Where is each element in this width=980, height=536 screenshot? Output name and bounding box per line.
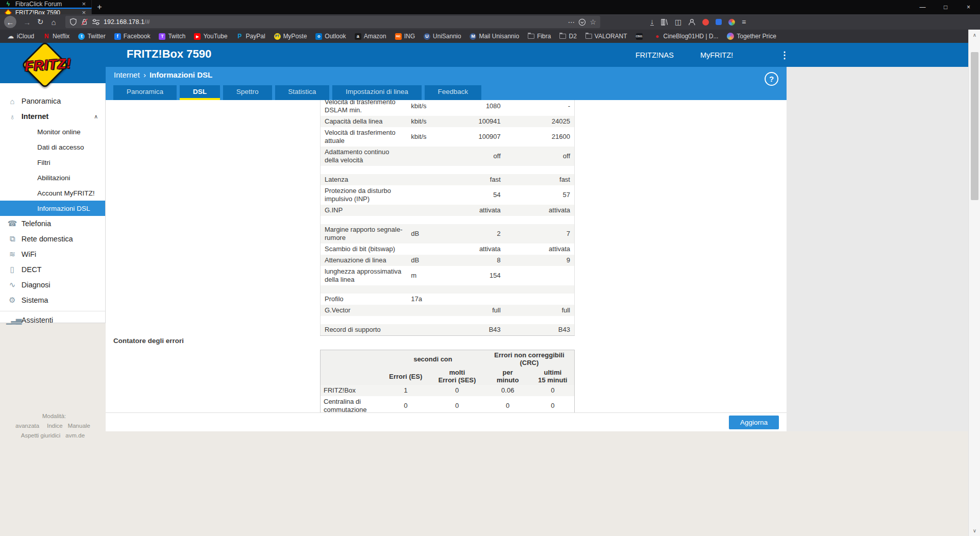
mode-value-link[interactable]: avanzata [15, 423, 39, 429]
together-price-icon[interactable]: Together Price [727, 33, 776, 40]
facebook-icon: f [114, 33, 121, 40]
tab-impostazioni-di-linea[interactable]: Impostazioni di linea [332, 85, 421, 100]
ing-icon: ING [395, 33, 402, 40]
cineblog-icon[interactable]: ● CineBlog01HD | D... [654, 33, 719, 40]
logo-text: FRITZ! [12, 55, 84, 76]
table-row: Protezione da disturbo impulsivo (INP) 5… [321, 185, 575, 205]
folder-icon[interactable]: D2 [559, 33, 576, 40]
url-text[interactable]: 192.168.178.1/# [104, 18, 150, 26]
twitter-icon[interactable]: t Twitter [78, 33, 105, 40]
menu-icon[interactable]: ≡ [742, 18, 746, 26]
sidebar-item-wifi[interactable]: ≋ WiFi [0, 247, 105, 262]
row-unit [407, 216, 438, 224]
minimize-button[interactable]: — [911, 0, 934, 14]
folder-icon[interactable]: Fibra [528, 33, 551, 40]
sidebar-toggle-icon[interactable]: ◫ [675, 18, 681, 26]
error-row: FRITZ!Box 1 0 0.06 0 [321, 385, 575, 396]
paypal-icon[interactable]: P PayPal [236, 33, 265, 40]
permissions-icon[interactable] [92, 18, 100, 26]
scrollbar[interactable]: ∧ ∨ [968, 30, 980, 536]
reload-button[interactable]: ↻ [34, 15, 47, 29]
new-tab-button[interactable]: + [92, 0, 107, 14]
row-unit [407, 316, 438, 324]
scroll-down-icon[interactable]: ∨ [969, 526, 980, 535]
facebook-icon[interactable]: f Facebook [114, 33, 151, 40]
row-send-value [505, 294, 575, 305]
myposte-icon[interactable]: PT MyPoste [274, 33, 307, 40]
pocket-icon[interactable] [578, 18, 586, 26]
sidebar-item-monitor-online[interactable]: Monitor online [0, 124, 105, 139]
tab-spettro[interactable]: Spettro [223, 85, 272, 100]
breadcrumb-section[interactable]: Internet [114, 70, 140, 79]
maximize-button[interactable]: □ [934, 0, 957, 14]
tab-dsl[interactable]: DSL [180, 85, 220, 100]
update-button[interactable]: Aggiorna [729, 416, 779, 429]
sidebar-item-sistema[interactable]: ⚙ Sistema [0, 293, 105, 308]
amazon-icon[interactable]: a Amazon [355, 33, 386, 40]
myfritz-link[interactable]: MyFRITZ! [700, 51, 733, 59]
ing-icon[interactable]: ING ING [395, 33, 415, 40]
row-unit [407, 174, 438, 185]
back-button[interactable]: ← [4, 16, 16, 28]
tab-panoramica[interactable]: Panoramica [113, 85, 177, 100]
sidebar-item-dect[interactable]: ▯ DECT [0, 262, 105, 277]
sidebar-item-abilitazioni[interactable]: Abilitazioni [0, 170, 105, 185]
netflix-icon[interactable]: N Netflix [43, 33, 69, 40]
youtube-icon[interactable]: ▶ YouTube [194, 33, 227, 40]
sidebar-item-assistenti[interactable]: ▁▃▅ Assistenti [0, 311, 105, 328]
tracking-shield-icon[interactable] [69, 18, 77, 26]
extension-red-icon[interactable] [702, 19, 709, 26]
extension-blue-icon[interactable] [716, 19, 722, 25]
fritznas-link[interactable]: FRITZ!NAS [635, 51, 674, 59]
twitch-icon[interactable]: T Twitch [159, 33, 185, 40]
fritz-header: FRITZ!Box 7590 FRITZ!NASMyFRITZ! ⋮ [0, 43, 980, 67]
extension-pinwheel-icon[interactable] [728, 19, 735, 26]
row-send-value: attivata [505, 205, 575, 216]
tab-statistica[interactable]: Statistica [275, 85, 330, 100]
sidebar-item-icon: ∿ [6, 280, 17, 289]
downloads-icon[interactable]: ↓ [650, 18, 654, 26]
bookmark-star-icon[interactable]: ☆ [590, 18, 596, 26]
error-column-header-row: Errori (ES) molti Errori (SES) per minut… [321, 368, 575, 385]
row-send-value: fast [505, 174, 575, 185]
group-header-crc: Errori non correggibili (CRC) [484, 350, 575, 368]
sidebar-item-rete-domestica[interactable]: ⧉ Rete domestica [0, 231, 105, 247]
close-button[interactable]: × [957, 0, 980, 14]
scroll-up-icon[interactable]: ∧ [969, 31, 980, 39]
outlook-icon[interactable]: o Outlook [315, 33, 346, 40]
insecure-lock-icon[interactable] [81, 18, 88, 26]
sidebar-item-dati-di-accesso[interactable]: Dati di accesso [0, 139, 105, 155]
sidebar-item-telefonia[interactable]: ☎ Telefonia [0, 216, 105, 231]
table-row: G.INP attivata attivata [321, 205, 575, 216]
kebab-menu-icon[interactable]: ⋮ [780, 43, 789, 67]
index-link[interactable]: Indice [47, 423, 63, 429]
avm-link[interactable]: avm.de [65, 432, 85, 438]
scrollbar-thumb[interactable] [971, 52, 978, 200]
cb01-uno-icon[interactable]: CB01 [636, 33, 645, 40]
url-bar[interactable]: 192.168.178.1/# ⋯ ☆ [65, 16, 600, 28]
fritz-logo[interactable]: FRITZ! [0, 43, 106, 83]
sidebar-item-diagnosi[interactable]: ∿ Diagnosi [0, 277, 105, 293]
row-receive-value [438, 285, 505, 294]
sidebar-item-filtri[interactable]: Filtri [0, 155, 105, 170]
sidebar-item-account-myfritz[interactable]: Account MyFRITZ! [0, 185, 105, 201]
icloud-icon[interactable]: ☁ iCloud [7, 33, 34, 40]
library-icon[interactable] [660, 18, 668, 26]
legal-link[interactable]: Aspetti giuridici [21, 432, 60, 438]
manual-link[interactable]: Manuale [68, 423, 90, 429]
unisannio-icon[interactable]: U UniSannio [424, 33, 461, 40]
mail-unisannio-icon[interactable]: M Mail Unisannio [470, 33, 519, 40]
fibraclick-favicon[interactable]: ϟ FibraClick Forum × [0, 0, 92, 8]
forward-button[interactable]: → [20, 15, 34, 29]
home-button[interactable]: ⌂ [47, 15, 60, 29]
tab-feedback[interactable]: Feedback [425, 85, 481, 100]
page-title: FRITZ!Box 7590 [127, 47, 211, 61]
tab-close-icon[interactable]: × [81, 0, 87, 8]
sidebar-item-informazioni-dsl[interactable]: Informazioni DSL [0, 201, 105, 216]
sidebar-item-internet[interactable]: ♁ Internet ∧ [0, 109, 105, 124]
sidebar-item-panoramica[interactable]: ⌂ Panoramica [0, 93, 105, 109]
help-button[interactable]: ? [765, 72, 778, 86]
folder-icon[interactable]: VALORANT [585, 33, 627, 40]
account-icon[interactable] [688, 18, 696, 26]
page-actions-icon[interactable]: ⋯ [568, 18, 575, 26]
